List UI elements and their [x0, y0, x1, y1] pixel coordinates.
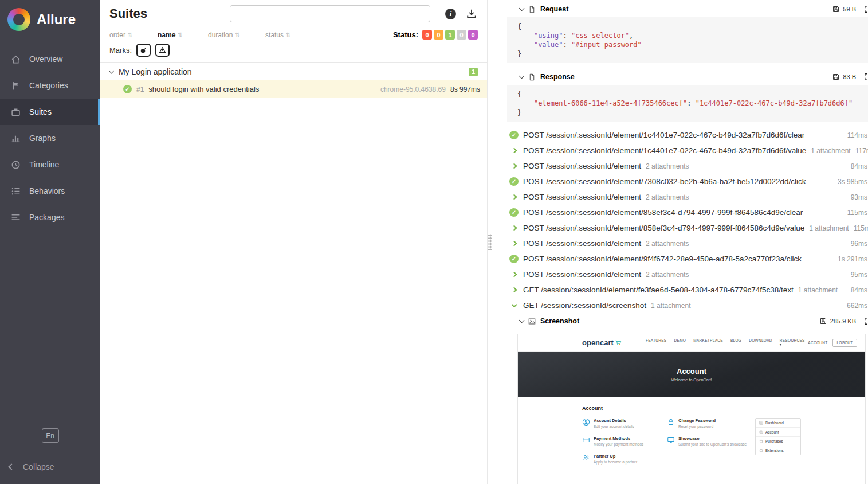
sidebar-nav: OverviewCategoriesSuitesGraphsTimelineBe…	[0, 46, 100, 428]
attachment-count: 2 attachments	[646, 193, 689, 201]
oc-nav-link-features[interactable]: FEATURES	[646, 338, 667, 347]
step-row[interactable]: POST /session/:sessionId/element2 attach…	[492, 158, 868, 174]
user-icon	[582, 418, 590, 428]
attachment-title: Request	[540, 5, 568, 13]
step-row[interactable]: POST /session/:sessionId/element2 attach…	[492, 236, 868, 251]
test-order: #1	[136, 85, 144, 93]
search-input[interactable]	[230, 5, 430, 22]
column-header-status[interactable]: status⇅	[265, 31, 311, 39]
column-header-order[interactable]: order⇅	[109, 31, 158, 39]
oc-menu-item-purchases[interactable]: Purchases	[756, 437, 800, 446]
oc-item-showcase[interactable]: ShowcaseSubmit your site to OpenCart's s…	[667, 436, 752, 446]
step-duration: 662ms	[847, 302, 868, 310]
column-header-duration[interactable]: duration⇅	[208, 31, 265, 39]
fullscreen-icon[interactable]	[864, 5, 868, 13]
step-row[interactable]: GET /session/:sessionId/element/fe3fae6d…	[492, 282, 868, 298]
step-row[interactable]: POST /session/:sessionId/element2 attach…	[492, 267, 868, 282]
oc-item-payment-methods[interactable]: Payment MethodsModify your payment metho…	[582, 436, 667, 446]
oc-nav-link-blog[interactable]: BLOG	[730, 338, 741, 347]
oc-nav-link-download[interactable]: DOWNLOAD	[749, 338, 772, 347]
oc-item-partner-up[interactable]: Partner UpApply to become a partner	[582, 454, 667, 464]
test-duration: 8s 997ms	[450, 85, 480, 93]
status-badge-broken[interactable]: 0	[434, 30, 443, 40]
oc-logout-button[interactable]: LOGOUT	[832, 339, 857, 347]
step-row[interactable]: ✓POST /session/:sessionId/element/9f4f67…	[492, 251, 868, 267]
oc-menu-label: Purchases	[765, 439, 783, 443]
download-icon[interactable]	[466, 9, 477, 19]
chevron-left-icon	[8, 463, 14, 470]
oc-menu-label: Account	[765, 430, 779, 434]
step-duration: 3s 985ms	[838, 178, 868, 186]
oc-item-change-password[interactable]: Change PasswordReset your password	[667, 418, 752, 428]
oc-nav-link-demo[interactable]: DEMO	[674, 338, 686, 347]
step-row[interactable]: GET /session/:sessionId/screenshot1 atta…	[492, 298, 868, 313]
fullscreen-icon[interactable]	[864, 73, 868, 81]
sidebar-item-packages[interactable]: Packages	[0, 204, 100, 231]
step-row[interactable]: ✓POST /session/:sessionId/element/7308c0…	[492, 174, 868, 189]
status-badge-failed[interactable]: 0	[422, 30, 432, 40]
sidebar-item-overview[interactable]: Overview	[0, 46, 100, 72]
test-case-row[interactable]: ✓ #1 should login with valid credentials…	[100, 80, 487, 98]
bomb-icon	[140, 46, 147, 54]
oc-account-menu: DashboardAccountPurchasesExtensions	[755, 418, 801, 455]
oc-hero-title: Account	[677, 367, 706, 376]
status-badge-skipped[interactable]: 0	[457, 30, 466, 40]
sidebar-item-label: Timeline	[29, 160, 59, 169]
request-attachment-block: Request 59 B { "using": "css selector", …	[492, 1, 868, 63]
step-label: GET /session/:sessionId/screenshot	[523, 301, 646, 310]
panel-splitter[interactable]	[488, 0, 492, 484]
step-duration: 1s 291ms	[838, 255, 868, 263]
image-icon	[528, 318, 536, 325]
oc-account-link[interactable]: ACCOUNT	[808, 341, 827, 345]
fullscreen-icon[interactable]	[864, 317, 868, 325]
sidebar-item-graphs[interactable]: Graphs	[0, 125, 100, 151]
oc-menu-item-extensions[interactable]: Extensions	[756, 446, 800, 455]
code-line: }	[517, 49, 858, 58]
status-badge-unknown[interactable]: 0	[468, 30, 478, 40]
oc-item-title: Payment Methods	[594, 436, 643, 441]
sidebar-item-label: Packages	[29, 213, 64, 222]
oc-nav-link-resources[interactable]: RESOURCES ▾	[780, 338, 808, 347]
known-issue-filter-button[interactable]	[155, 44, 170, 57]
user-icon	[759, 430, 763, 434]
step-duration: 115ms	[854, 224, 868, 232]
attachment-header-screenshot[interactable]: Screenshot 285.9 KB	[492, 313, 868, 329]
suite-group-row[interactable]: My Login application 1	[100, 63, 487, 80]
step-duration: 84ms	[851, 162, 868, 170]
packages-icon	[11, 213, 21, 223]
oc-menu-item-account[interactable]: Account	[756, 428, 800, 437]
step-duration: 84ms	[851, 286, 868, 294]
column-label: order	[109, 31, 125, 39]
save-icon	[832, 73, 839, 80]
home-icon	[11, 54, 21, 64]
oc-nav-link-marketplace[interactable]: MARKETPLACE	[693, 338, 723, 347]
status-filter-group: Status: 00100	[393, 30, 478, 40]
oc-item-text: Partner UpApply to become a partner	[594, 454, 637, 464]
oc-menu-item-dashboard[interactable]: Dashboard	[756, 419, 800, 428]
step-row[interactable]: POST /session/:sessionId/element/1c4401e…	[492, 143, 868, 158]
info-icon[interactable]: i	[445, 9, 456, 19]
oc-menu-label: Extensions	[765, 448, 784, 452]
oc-item-title: Change Password	[678, 418, 716, 423]
step-row[interactable]: ✓POST /session/:sessionId/element/858ef3…	[492, 205, 868, 220]
oc-item-account-details[interactable]: Account DetailsEdit your account details	[582, 418, 667, 428]
sidebar-item-categories[interactable]: Categories	[0, 72, 100, 99]
sidebar-item-suites[interactable]: Suites	[0, 99, 100, 125]
step-row[interactable]: POST /session/:sessionId/element/858ef3c…	[492, 220, 868, 236]
sidebar-item-behaviors[interactable]: Behaviors	[0, 178, 100, 204]
step-row[interactable]: ✓POST /session/:sessionId/element/1c4401…	[492, 127, 868, 143]
flaky-filter-button[interactable]	[136, 44, 151, 57]
sidebar-item-label: Suites	[29, 107, 52, 116]
sidebar-item-timeline[interactable]: Timeline	[0, 151, 100, 178]
attachment-header-response[interactable]: Response 83 B	[492, 69, 868, 85]
screenshot-image[interactable]: opencart FEATURESDEMOMARKETPLACEBLOGDOWN…	[517, 334, 866, 484]
column-header-name[interactable]: name⇅	[158, 31, 208, 39]
expand-chevron-icon	[509, 272, 519, 276]
oc-logo[interactable]: opencart	[582, 338, 622, 347]
status-badge-passed[interactable]: 1	[445, 30, 455, 40]
attachment-header-request[interactable]: Request 59 B	[492, 1, 868, 17]
language-toggle[interactable]: En	[42, 428, 59, 443]
expand-chevron-icon	[509, 195, 519, 199]
collapse-button[interactable]: Collapse	[0, 456, 100, 477]
step-row[interactable]: POST /session/:sessionId/element2 attach…	[492, 189, 868, 205]
